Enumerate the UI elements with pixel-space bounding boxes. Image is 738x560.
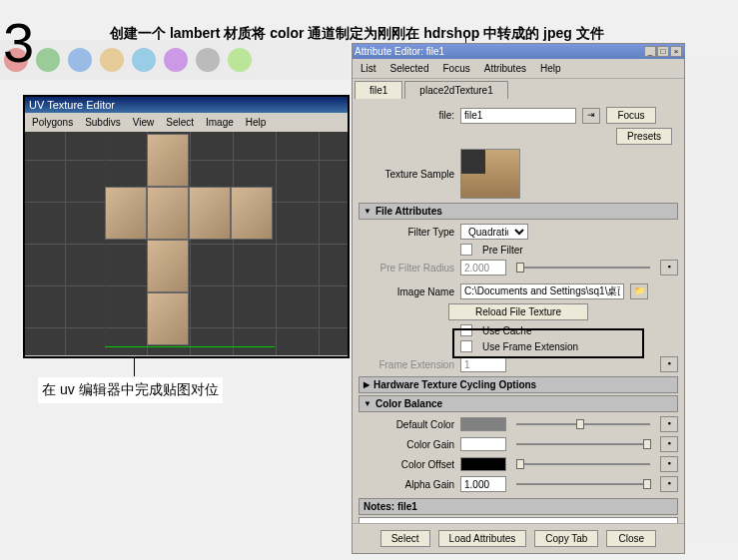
color-offset-swatch[interactable] <box>460 457 506 471</box>
frame-ext-label: Frame Extension <box>359 359 454 370</box>
uv-unwrap-cross <box>105 134 275 345</box>
uv-editor-menubar: Polygons Subdivs View Select Image Help <box>25 113 348 132</box>
file-pick-icon[interactable]: ⇥ <box>582 108 600 124</box>
alpha-gain-slider[interactable] <box>516 477 650 491</box>
attr-menu-selected[interactable]: Selected <box>384 62 435 75</box>
frame-ext-map-icon[interactable]: ▪ <box>660 356 678 372</box>
section-hw-tex-label: Hardware Texture Cycling Options <box>373 379 536 390</box>
chevron-down-icon: ▼ <box>364 399 371 408</box>
focus-button[interactable]: Focus <box>606 107 656 124</box>
uv-editor-window: UV Texture Editor Polygons Subdivs View … <box>23 95 350 358</box>
color-offset-label: Color Offset <box>359 459 454 470</box>
copy-tab-button[interactable]: Copy Tab <box>534 530 598 547</box>
attr-tabs: file1 place2dTexture1 <box>353 79 684 99</box>
uv-viewport[interactable] <box>25 132 348 355</box>
section-file-attributes[interactable]: ▼ File Attributes <box>359 203 678 220</box>
section-color-bal-label: Color Balance <box>375 398 442 409</box>
alpha-gain-input[interactable] <box>460 476 506 492</box>
image-name-input[interactable] <box>460 283 624 299</box>
texture-sample-label: Texture Sample <box>359 169 454 180</box>
select-button[interactable]: Select <box>380 530 430 547</box>
attr-menu-list[interactable]: List <box>355 62 382 75</box>
attr-window-buttons: _ □ × <box>644 46 682 57</box>
attr-title: Attribute Editor: file1 <box>355 46 444 57</box>
minimize-button[interactable]: _ <box>644 46 656 57</box>
default-color-label: Default Color <box>359 419 454 430</box>
pre-filter-radius-label: Pre Filter Radius <box>359 263 454 274</box>
use-cache-label: Use Cache <box>482 325 531 336</box>
attr-menu-focus[interactable]: Focus <box>436 62 475 75</box>
color-offset-map-icon[interactable]: ▪ <box>660 456 678 472</box>
attr-menubar: List Selected Focus Attributes Help <box>353 59 684 79</box>
attr-titlebar: Attribute Editor: file1 _ □ × <box>353 44 684 59</box>
maximize-button[interactable]: □ <box>657 46 669 57</box>
pre-filter-radius-slider[interactable] <box>516 261 650 275</box>
filter-type-label: Filter Type <box>359 227 454 238</box>
attr-menu-help[interactable]: Help <box>534 62 567 75</box>
bg-toolbar <box>0 40 350 80</box>
section-hw-texture[interactable]: ▶ Hardware Texture Cycling Options <box>359 376 678 393</box>
file-label: file: <box>359 110 454 121</box>
texture-sample-swatch <box>460 149 520 199</box>
use-frame-ext-label: Use Frame Extension <box>482 341 578 352</box>
caption-top: 创建一个 lambert 材质将 color 通道制定为刚刚在 hdrshop … <box>110 25 604 43</box>
filter-type-select[interactable]: Quadratic <box>460 224 528 240</box>
close-button[interactable]: × <box>670 46 682 57</box>
file-input[interactable] <box>460 108 576 124</box>
chevron-down-icon: ▼ <box>364 207 371 216</box>
connector-line-uv <box>134 356 135 376</box>
close-button-footer[interactable]: Close <box>606 530 656 547</box>
uv-menu-polygons[interactable]: Polygons <box>27 116 78 129</box>
color-gain-map-icon[interactable]: ▪ <box>660 436 678 452</box>
step-number: 3 <box>3 10 34 75</box>
image-name-label: Image Name <box>359 286 454 297</box>
use-frame-ext-checkbox[interactable] <box>460 340 472 352</box>
caption-bottom: 在 uv 编辑器中完成贴图对位 <box>38 377 223 403</box>
attr-footer: Select Load Attributes Copy Tab Close <box>353 523 684 553</box>
pre-filter-radius-input[interactable] <box>460 260 506 276</box>
chevron-right-icon: ▶ <box>364 380 369 389</box>
uv-menu-view[interactable]: View <box>128 116 160 129</box>
load-attributes-button[interactable]: Load Attributes <box>438 530 527 547</box>
tab-file1[interactable]: file1 <box>355 81 402 99</box>
uv-menu-select[interactable]: Select <box>161 116 199 129</box>
uv-menu-help[interactable]: Help <box>241 116 272 129</box>
section-color-balance[interactable]: ▼ Color Balance <box>359 395 678 412</box>
alpha-gain-map-icon[interactable]: ▪ <box>660 476 678 492</box>
default-color-map-icon[interactable]: ▪ <box>660 416 678 432</box>
presets-button[interactable]: Presets <box>616 128 672 145</box>
attr-body: file: ⇥ Focus Presets Texture Sample ▼ F… <box>353 99 684 498</box>
color-offset-slider[interactable] <box>516 457 650 471</box>
attr-menu-attributes[interactable]: Attributes <box>478 62 532 75</box>
frame-ext-input[interactable] <box>460 356 506 372</box>
attribute-editor-window: Attribute Editor: file1 _ □ × List Selec… <box>352 43 685 554</box>
uv-menu-subdivs[interactable]: Subdivs <box>80 116 126 129</box>
pre-filter-label: Pre Filter <box>482 245 523 256</box>
bg-panel-right <box>688 60 738 539</box>
reload-file-texture-button[interactable]: Reload File Texture <box>448 303 588 320</box>
color-gain-label: Color Gain <box>359 439 454 450</box>
uv-axis-x <box>105 346 275 347</box>
color-gain-swatch[interactable] <box>460 437 506 451</box>
uv-menu-image[interactable]: Image <box>201 116 239 129</box>
alpha-gain-label: Alpha Gain <box>359 479 454 490</box>
color-gain-slider[interactable] <box>516 437 650 451</box>
pre-filter-radius-map-icon[interactable]: ▪ <box>660 260 678 276</box>
browse-icon[interactable]: 📁 <box>630 283 648 299</box>
notes-header: Notes: file1 <box>359 498 678 515</box>
pre-filter-checkbox[interactable] <box>460 244 472 256</box>
default-color-slider[interactable] <box>516 417 650 431</box>
tab-place2dtexture1[interactable]: place2dTexture1 <box>404 81 507 99</box>
section-file-attr-label: File Attributes <box>375 206 442 217</box>
uv-editor-title: UV Texture Editor <box>25 97 348 113</box>
default-color-swatch[interactable] <box>460 417 506 431</box>
use-cache-checkbox[interactable] <box>460 324 472 336</box>
